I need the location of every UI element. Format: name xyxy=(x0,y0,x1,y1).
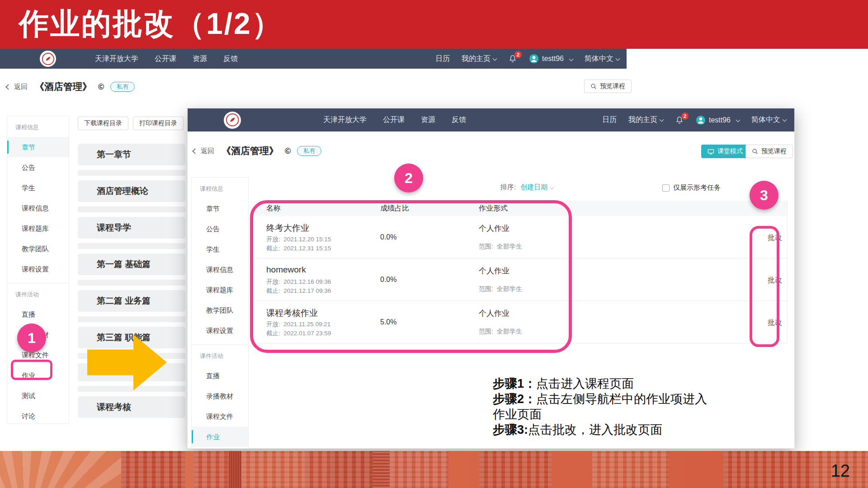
sidebar-item-tests[interactable]: 测试 xyxy=(7,385,69,406)
chapter-block[interactable]: 课程导学 xyxy=(78,217,185,239)
footer-building xyxy=(723,451,814,488)
language-dropdown[interactable]: 简体中文 xyxy=(751,115,786,125)
sidebar-item-students[interactable]: 学生 xyxy=(192,239,248,259)
sidebar-section-info: 课程信息 xyxy=(7,116,69,137)
user-menu[interactable]: testt96 xyxy=(696,115,740,125)
avatar-icon xyxy=(529,54,539,64)
topnav-shot1: 天津开放大学 公开课 资源 反馈 日历 我的主页 2 testt96 简体中文 xyxy=(0,49,627,69)
copyright-mark: © xyxy=(285,146,291,156)
course-title: 《酒店管理》 xyxy=(222,145,278,157)
chapter-block[interactable]: 第一篇 基础篇 xyxy=(78,253,185,275)
nav-item-open-courses[interactable]: 公开课 xyxy=(383,115,405,125)
nav-item-university[interactable]: 天津开放大学 xyxy=(95,54,138,64)
copyright-mark: © xyxy=(98,82,104,92)
sidebar-section-activity: 课件活动 xyxy=(7,283,69,304)
sidebar-item-course-files[interactable]: 课程文件 xyxy=(192,406,248,427)
sidebar-section-activity: 课件活动 xyxy=(192,345,248,366)
sidebar-item-live[interactable]: 直播 xyxy=(192,366,248,386)
university-logo-icon xyxy=(40,51,56,67)
sidebar-item-course-info[interactable]: 课程信息 xyxy=(7,198,69,218)
calendar-link[interactable]: 日历 xyxy=(602,115,617,125)
course-title: 《酒店管理》 xyxy=(35,80,92,93)
sidebar-item-live[interactable]: 直播 xyxy=(7,304,69,324)
page-title: 作业的批改（1/2） xyxy=(19,4,283,44)
nav-item-university[interactable]: 天津开放大学 xyxy=(323,115,367,125)
chapter-row-stub xyxy=(78,206,185,212)
sidebar-item-course-settings[interactable]: 课程设置 xyxy=(192,320,248,341)
footer-building xyxy=(241,451,305,488)
nav-item-resources[interactable]: 资源 xyxy=(193,54,207,64)
chapters-panel: 下载课程目录 打印课程目录 第一章节 酒店管理概论 课程导学 第一篇 基础篇 第… xyxy=(78,117,185,422)
step-badge-3: 3 xyxy=(750,181,778,210)
avatar-icon xyxy=(696,115,706,125)
slide-footer: 12 xyxy=(0,451,868,488)
sidebar-item-announcements[interactable]: 公告 xyxy=(192,219,248,239)
step-badge-1: 1 xyxy=(17,324,46,352)
chapter-block[interactable]: 酒店管理概论 xyxy=(78,180,185,202)
my-home-dropdown[interactable]: 我的主页 xyxy=(628,115,663,125)
course-sidebar-shot2: 课程信息 章节 公告 学生 课程信息 课程题库 教学团队 课程设置 课件活动 直… xyxy=(191,177,249,449)
highlight-box-assignments-item xyxy=(11,360,52,380)
course-header-shot2: 返回 《酒店管理》 © 私有 xyxy=(193,145,321,157)
topnav-shot2: 天津开放大学 公开课 资源 反馈 日历 我的主页 2 testt96 简体中文 xyxy=(188,108,794,131)
search-icon xyxy=(752,148,758,155)
sidebar-item-chapters[interactable]: 章节 xyxy=(7,137,69,157)
steps-instructions: 步骤1：点击进入课程页面 步骤2：点击左侧导航栏中的作业项进入作业页面 步骤3:… xyxy=(493,376,709,437)
filter-label: 仅展示形考任务 xyxy=(673,183,721,192)
filter-checkbox[interactable] xyxy=(662,184,670,192)
nav-item-open-courses[interactable]: 公开课 xyxy=(155,54,176,64)
visibility-badge: 私有 xyxy=(110,82,135,92)
calendar-link[interactable]: 日历 xyxy=(435,54,450,64)
sidebar-item-course-info[interactable]: 课程信息 xyxy=(192,259,248,280)
footer-building xyxy=(193,451,229,488)
highlight-box-assignments-table xyxy=(250,200,572,353)
back-button[interactable]: 返回 xyxy=(201,147,214,155)
sidebar-item-assignments[interactable]: 作业 xyxy=(192,427,248,447)
chapter-block[interactable]: 课程考核 xyxy=(78,396,185,418)
sidebar-item-teaching-team[interactable]: 教学团队 xyxy=(192,300,248,320)
my-home-dropdown[interactable]: 我的主页 xyxy=(462,54,496,64)
notification-badge: 2 xyxy=(681,113,689,120)
sidebar-item-question-bank[interactable]: 课程题库 xyxy=(7,218,69,239)
download-catalog-button[interactable]: 下载课程目录 xyxy=(78,117,128,130)
back-chevron-icon xyxy=(192,148,198,154)
chapter-block[interactable]: 第三篇 职能篇 xyxy=(78,327,185,348)
chapter-row-stub xyxy=(78,316,185,322)
preview-course-button[interactable]: 预览课程 xyxy=(584,80,632,93)
sidebar-item-recordings[interactable]: 录播教材 xyxy=(192,386,248,406)
language-dropdown[interactable]: 简体中文 xyxy=(585,54,619,64)
course-header-shot1: 返回 《酒店管理》 © 私有 xyxy=(6,80,135,93)
classroom-mode-button[interactable]: 课堂模式 xyxy=(701,145,749,158)
search-icon xyxy=(590,83,597,89)
footer-building xyxy=(330,451,373,488)
chapter-block[interactable]: 第一章节 xyxy=(78,144,185,165)
user-menu[interactable]: testt96 xyxy=(529,54,573,64)
sort-control[interactable]: 排序: 创建日期 xyxy=(500,183,553,192)
sidebar-item-announcements[interactable]: 公告 xyxy=(7,157,69,178)
footer-building xyxy=(390,451,448,488)
university-logo-icon xyxy=(224,112,241,129)
sidebar-item-question-bank[interactable]: 课程题库 xyxy=(192,280,248,300)
preview-course-button[interactable]: 预览课程 xyxy=(745,145,793,158)
chapter-block[interactable]: 第二篇 业务篇 xyxy=(78,290,185,312)
sort-label: 排序: xyxy=(500,183,516,192)
sidebar-item-teaching-team[interactable]: 教学团队 xyxy=(7,239,69,259)
chapter-row-stub xyxy=(78,170,185,176)
notifications-button[interactable]: 2 xyxy=(508,54,517,63)
nav-item-feedback[interactable]: 反馈 xyxy=(452,115,466,125)
presentation-icon xyxy=(708,148,714,155)
chapter-row-stub xyxy=(78,280,185,286)
notifications-button[interactable]: 2 xyxy=(675,116,684,125)
sidebar-item-chapters[interactable]: 章节 xyxy=(192,198,248,219)
print-catalog-button[interactable]: 打印课程目录 xyxy=(133,117,184,130)
chevron-down-icon xyxy=(569,56,574,61)
sidebar-item-discussions[interactable]: 讨论 xyxy=(7,406,69,426)
sidebar-item-students[interactable]: 学生 xyxy=(7,178,69,198)
slide-title-bar: 作业的批改（1/2） xyxy=(0,0,868,49)
nav-item-resources[interactable]: 资源 xyxy=(421,115,435,125)
chapter-row-stub xyxy=(78,386,185,392)
sidebar-item-course-settings[interactable]: 课程设置 xyxy=(7,259,69,279)
back-button[interactable]: 返回 xyxy=(14,83,28,91)
page-number: 12 xyxy=(831,461,850,481)
nav-item-feedback[interactable]: 反馈 xyxy=(223,54,238,64)
